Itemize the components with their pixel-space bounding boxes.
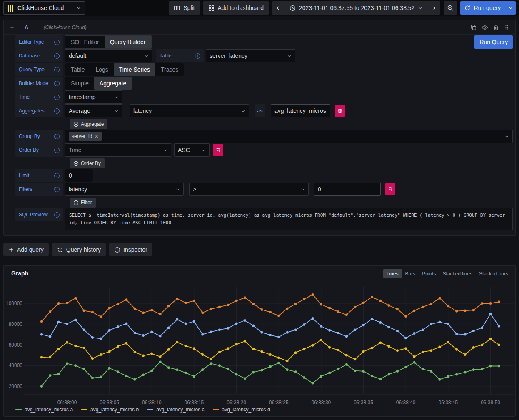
table-select[interactable]: server_latency bbox=[206, 49, 295, 62]
aggregate-column-select[interactable]: latency bbox=[130, 104, 249, 118]
time-back-button[interactable] bbox=[272, 1, 284, 15]
editor-type-sql-editor[interactable]: SQL Editor bbox=[65, 36, 105, 48]
split-button[interactable]: Split bbox=[169, 1, 200, 15]
graph-style-bars[interactable]: Bars bbox=[402, 269, 419, 278]
query-type-traces[interactable]: Traces bbox=[155, 63, 184, 76]
graph-style-lines[interactable]: Lines bbox=[383, 269, 402, 278]
hide-response-icon[interactable] bbox=[482, 24, 488, 31]
info-icon[interactable]: i bbox=[54, 148, 60, 153]
order-by-row: Order By i Time ASC bbox=[15, 143, 513, 157]
order-by-direction-select[interactable]: ASC bbox=[174, 143, 210, 157]
trash-icon bbox=[388, 187, 393, 192]
database-select[interactable]: default bbox=[65, 49, 152, 62]
editor-type-label: Editor Type i bbox=[15, 35, 63, 49]
refresh-icon bbox=[464, 5, 470, 11]
builder-mode-aggregate[interactable]: Aggregate bbox=[94, 77, 132, 90]
run-query-dropdown[interactable] bbox=[505, 1, 516, 15]
graph-style-points[interactable]: Points bbox=[419, 269, 439, 278]
add-order-by-button[interactable]: Order By bbox=[70, 158, 105, 168]
plus-circle-icon bbox=[73, 200, 79, 205]
add-query-button[interactable]: Add query bbox=[3, 243, 49, 256]
remove-filter-button[interactable] bbox=[385, 183, 395, 195]
drag-handle-icon[interactable] bbox=[504, 25, 509, 30]
add-filter-button[interactable]: Filter bbox=[70, 198, 96, 208]
info-icon[interactable]: i bbox=[54, 134, 60, 139]
info-icon[interactable]: i bbox=[54, 108, 60, 114]
aggregate-function-select[interactable]: Average bbox=[65, 104, 122, 118]
chevron-down-icon bbox=[114, 109, 119, 113]
split-label: Split bbox=[183, 5, 195, 11]
chevron-down-icon bbox=[241, 109, 245, 113]
aggregate-alias-input[interactable] bbox=[271, 104, 330, 118]
time-range-text: 2023-11-01 06:37:55 to 2023-11-01 06:38:… bbox=[299, 5, 414, 11]
remove-query-icon[interactable] bbox=[493, 25, 499, 30]
filter-operator-select[interactable]: > bbox=[189, 182, 309, 196]
legend-item[interactable]: avg_latency_micros c bbox=[147, 407, 204, 412]
svg-text:06:38:50: 06:38:50 bbox=[481, 400, 500, 405]
time-series-chart[interactable]: 2000040000600008000010000006:38:0006:38:… bbox=[4, 281, 515, 406]
builder-mode-label: Builder Mode i bbox=[15, 77, 63, 90]
legend-item[interactable]: avg_latency_micros b bbox=[81, 407, 139, 412]
time-column-select[interactable]: timestamp bbox=[65, 90, 122, 104]
database-label: Database i bbox=[15, 49, 63, 62]
add-to-dashboard-label: Add to dashboard bbox=[218, 5, 264, 11]
explore-actions: Add query Query history Inspector bbox=[3, 243, 152, 256]
info-icon[interactable]: i bbox=[195, 53, 200, 59]
run-query-panel-button[interactable]: Run Query bbox=[474, 35, 513, 49]
graph-style-stacked-lines[interactable]: Stacked lines bbox=[439, 269, 476, 278]
limit-input[interactable] bbox=[65, 169, 93, 182]
info-icon[interactable]: i bbox=[54, 53, 60, 59]
aggregates-row: Aggregates i Average latency as bbox=[15, 104, 513, 118]
info-icon[interactable]: i bbox=[54, 173, 60, 178]
remove-tag-icon[interactable]: ✕ bbox=[95, 134, 98, 139]
filter-field-select[interactable]: latency bbox=[65, 182, 184, 196]
graph-style-stacked-bars[interactable]: Stacked bars bbox=[476, 269, 512, 278]
svg-text:06:38:00: 06:38:00 bbox=[57, 400, 77, 405]
info-icon[interactable]: i bbox=[54, 212, 60, 218]
legend-item[interactable]: avg_latency_micros d bbox=[213, 407, 270, 412]
inspector-button[interactable]: Inspector bbox=[109, 243, 152, 256]
info-icon[interactable]: i bbox=[54, 67, 60, 72]
editor-type-query-builder[interactable]: Query Builder bbox=[105, 36, 151, 48]
remove-aggregate-button[interactable] bbox=[335, 105, 345, 117]
query-history-button[interactable]: Query history bbox=[52, 243, 106, 256]
info-icon[interactable]: i bbox=[54, 187, 60, 192]
graph-panel: Graph Lines Bars Points Stacked lines St… bbox=[3, 265, 516, 417]
info-circle-icon bbox=[114, 247, 120, 253]
remove-order-by-button[interactable] bbox=[213, 144, 223, 156]
info-icon[interactable]: i bbox=[54, 95, 60, 100]
run-query-button[interactable]: Run query bbox=[460, 1, 505, 15]
info-icon[interactable]: i bbox=[54, 40, 60, 45]
time-forward-button[interactable] bbox=[428, 1, 440, 15]
duplicate-query-icon[interactable] bbox=[471, 25, 477, 30]
legend-series-name: avg_latency_micros d bbox=[222, 407, 270, 412]
info-icon[interactable]: i bbox=[54, 81, 60, 86]
query-type-logs[interactable]: Logs bbox=[90, 63, 113, 76]
add-to-dashboard-button[interactable]: Add to dashboard bbox=[203, 1, 269, 15]
legend-item[interactable]: avg_latency_micros a bbox=[15, 407, 73, 412]
svg-text:20000: 20000 bbox=[9, 383, 23, 389]
chevron-down-icon bbox=[144, 54, 149, 58]
chevron-down-icon bbox=[508, 5, 513, 10]
group-by-multiselect[interactable]: server_id ✕ bbox=[65, 130, 513, 143]
query-type-row: Query Type i Table Logs Time Series Trac… bbox=[15, 63, 513, 76]
run-query-split-button: Run query bbox=[460, 1, 516, 15]
svg-text:06:38:35: 06:38:35 bbox=[354, 400, 373, 405]
filters-row: Filters i latency > bbox=[15, 182, 513, 196]
add-aggregate-button[interactable]: Aggregate bbox=[70, 119, 107, 129]
zoom-out-button[interactable] bbox=[444, 1, 457, 15]
chevron-down-icon bbox=[418, 5, 423, 10]
filters-label: Filters i bbox=[15, 182, 63, 196]
filter-value-input[interactable] bbox=[314, 182, 381, 196]
chevron-down-icon bbox=[201, 148, 206, 152]
legend-series-color bbox=[213, 409, 219, 410]
sql-preview-text: SELECT $__timeInterval(timestamp) as tim… bbox=[65, 208, 513, 230]
query-type-table[interactable]: Table bbox=[65, 63, 90, 76]
query-row-header[interactable]: A (ClickHouse Cloud) bbox=[4, 20, 515, 35]
order-by-field-select[interactable]: Time bbox=[65, 143, 171, 157]
time-range-button[interactable]: 2023-11-01 06:37:55 to 2023-11-01 06:38:… bbox=[284, 1, 428, 15]
query-type-time-series[interactable]: Time Series bbox=[114, 63, 155, 76]
legend-series-color bbox=[15, 409, 22, 410]
builder-mode-simple[interactable]: Simple bbox=[65, 77, 94, 90]
datasource-picker[interactable]: ClickHouse Cloud bbox=[3, 1, 85, 15]
